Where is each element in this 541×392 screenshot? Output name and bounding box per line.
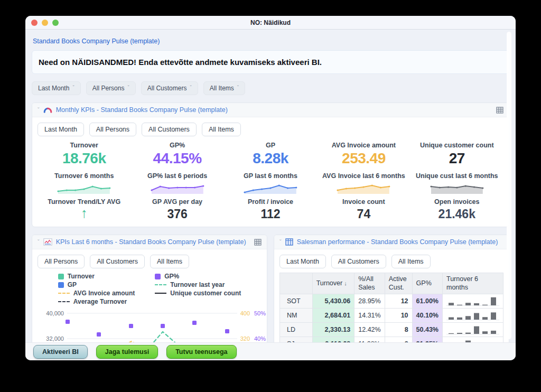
legend-item-gp-[interactable]: GP% xyxy=(155,273,241,280)
jaga-tulemusi-button[interactable]: Jaga tulemusi xyxy=(96,345,158,359)
gauge-icon xyxy=(43,107,52,113)
table-icon xyxy=(285,238,293,246)
chevron-down-icon: ˇ xyxy=(72,86,74,91)
salesman-chip-last-month[interactable]: Last Month xyxy=(279,255,326,268)
cell-pct: 14.31% xyxy=(355,309,385,323)
kpis-last6-chip-all-persons[interactable]: All Persons xyxy=(38,255,85,268)
collapse-chevron-icon[interactable]: ˇ xyxy=(38,107,40,113)
scrollbar-track[interactable] xyxy=(507,32,511,339)
aktiveeri-bi-button[interactable]: Aktiveeri BI xyxy=(33,345,88,359)
legend-label: AVG Invoice amount xyxy=(73,290,135,297)
table-row-sot[interactable]: SOT5,430.0628.95%1261.00% xyxy=(280,294,503,309)
kpi-trend-label: GP% last 6 periods xyxy=(130,172,223,180)
salesman-title[interactable]: Salesman performance - Standard Books Co… xyxy=(297,238,503,246)
collapse-chevron-icon[interactable]: ˇ xyxy=(279,239,282,245)
legend-item-turnover-last-year[interactable]: Turnover last year xyxy=(155,281,241,288)
column-header--all-sales[interactable]: %/All Sales xyxy=(355,273,385,294)
column-header-name[interactable] xyxy=(280,273,313,294)
global-filter-row: Last MonthˇAll PersonsˇAll CustomersˇAll… xyxy=(32,81,509,95)
filter-dropdown-all-items[interactable]: All Itemsˇ xyxy=(203,81,245,95)
sort-desc-icon: ↓ xyxy=(342,280,347,286)
svg-text:50%: 50% xyxy=(254,310,266,316)
filter-label: Last Month xyxy=(38,85,69,92)
monthly-chip-all-persons[interactable]: All Persons xyxy=(89,123,136,136)
legend-item-average-turnover[interactable]: Average Turnover xyxy=(58,298,135,305)
column-header-turnover-6-months[interactable]: Turnover 6 months xyxy=(442,273,503,294)
kpi-sparkline xyxy=(334,181,393,195)
legend-marker xyxy=(155,274,161,279)
table-row-ld[interactable]: LD2,330.1312.42%850.43% xyxy=(280,323,503,337)
kpi-bottom-label: Turnover Trend/LY AVG xyxy=(38,198,130,206)
table-row-nm[interactable]: NM2,684.0114.31%1040.10% xyxy=(280,309,503,323)
breadcrumb-link[interactable]: Standard Books Company Pulse (template) xyxy=(32,34,509,50)
legend-marker xyxy=(155,293,166,294)
kpi-value: 8.28k xyxy=(224,150,317,167)
cell-minibar-chart xyxy=(442,294,503,309)
monthly-kpis-header[interactable]: ˇ Monthly KPIs - Standard Books Company … xyxy=(32,103,509,117)
kpi-column-unique-customer-count: Unique customer count27Unique cust last … xyxy=(411,141,503,221)
footer-action-bar: Aktiveeri BIJaga tulemusiTutvu teenusega xyxy=(25,342,516,360)
kpis-last6-chip-all-items[interactable]: All Items xyxy=(150,255,189,268)
desktop-background: NO: Näidikud Standard Books Company Puls… xyxy=(0,0,541,392)
turnover-minibar-sparkline xyxy=(446,296,499,306)
salesman-chip-all-customers[interactable]: All Customers xyxy=(331,255,386,268)
cell-name: LD xyxy=(280,323,313,337)
window-title: NO: Näidikud xyxy=(25,19,516,26)
kpi-trend-label: Turnover 6 months xyxy=(38,172,130,180)
header-label: Turnover xyxy=(316,279,343,287)
column-header-turnover[interactable]: Turnover ↓ xyxy=(312,273,355,294)
cell-act: 10 xyxy=(385,309,412,323)
monthly-chip-last-month[interactable]: Last Month xyxy=(38,123,84,136)
table-view-icon[interactable] xyxy=(496,107,503,114)
filter-dropdown-all-customers[interactable]: All Customersˇ xyxy=(141,81,198,95)
collapse-chevron-icon[interactable]: ˇ xyxy=(38,239,40,245)
cell-gp: 40.10% xyxy=(412,309,442,323)
salesman-panel: ˇ Salesman performance - Standard Books … xyxy=(274,235,509,360)
filter-label: All Persons xyxy=(92,85,125,92)
header-label: %/All Sales xyxy=(358,275,375,291)
kpi-bottom-label: Open invoices xyxy=(411,198,503,206)
legend-item-avg-invoice-amount[interactable]: AVG Invoice amount xyxy=(58,290,135,297)
legend-item-unique-customer-count[interactable]: Unique customer count xyxy=(155,290,241,297)
kpi-trend-label: AVG Invoice last 6 months xyxy=(317,172,410,180)
app-window: NO: Näidikud Standard Books Company Puls… xyxy=(25,16,516,360)
table-view-icon[interactable] xyxy=(254,239,262,246)
cell-pct: 28.95% xyxy=(355,294,385,309)
kpi-trend-label: GP last 6 months xyxy=(224,172,317,180)
kpi-sparkline xyxy=(428,181,486,195)
title-bar[interactable]: NO: Näidikud xyxy=(25,16,516,30)
kpis-last6-title[interactable]: KPIs Last 6 months - Standard Books Comp… xyxy=(56,238,250,246)
tutvu-teenusega-button[interactable]: Tutvu teenusega xyxy=(166,345,236,359)
kpis-last6-chip-all-customers[interactable]: All Customers xyxy=(90,255,145,268)
legend-marker xyxy=(58,274,64,279)
turnover-minibar-sparkline xyxy=(446,311,499,320)
kpis-last6-header[interactable]: ˇ KPIs Last 6 months - Standard Books Co… xyxy=(32,235,267,249)
salesman-chip-all-items[interactable]: All Items xyxy=(391,255,431,268)
kpi-bottom-value: 112 xyxy=(224,207,317,221)
cell-name: SOT xyxy=(280,294,313,309)
column-header-active-cust-[interactable]: Active Cust. xyxy=(385,273,412,294)
kpi-bottom-label: Invoice count xyxy=(317,198,410,206)
svg-text:40%: 40% xyxy=(254,335,266,342)
filter-dropdown-last-month[interactable]: Last Monthˇ xyxy=(32,81,81,95)
chevron-down-icon: ˇ xyxy=(190,86,191,91)
filter-dropdown-all-persons[interactable]: All Personsˇ xyxy=(86,81,136,95)
chevron-down-icon: ˇ xyxy=(237,86,239,91)
cell-name: NM xyxy=(280,309,313,323)
salesman-table: Turnover ↓%/All SalesActive Cust.GP%Turn… xyxy=(279,273,503,351)
kpi-label: GP% xyxy=(130,142,223,149)
cell-act: 8 xyxy=(385,323,412,337)
legend-item-gp[interactable]: GP xyxy=(58,281,135,288)
monthly-kpis-title[interactable]: Monthly KPIs - Standard Books Company Pu… xyxy=(56,106,492,114)
legend-item-turnover[interactable]: Turnover xyxy=(58,273,135,280)
kpi-column-turnover: Turnover18.76kTurnover 6 monthsTurnover … xyxy=(38,141,130,221)
monthly-chip-all-items[interactable]: All Items xyxy=(202,123,241,136)
column-header-gp-[interactable]: GP% xyxy=(412,273,442,294)
kpi-column-avg-invoice-amount: AVG Invoice amount253.49AVG Invoice last… xyxy=(317,141,410,221)
monthly-chip-all-customers[interactable]: All Customers xyxy=(142,123,197,136)
filter-label: All Customers xyxy=(147,85,187,92)
kpis-last6-panel: ˇ KPIs Last 6 months - Standard Books Co… xyxy=(32,235,267,360)
kpis-last6-filters: All PersonsAll CustomersAll Items xyxy=(38,255,262,268)
legend-label: Average Turnover xyxy=(73,298,127,305)
salesman-header[interactable]: ˇ Salesman performance - Standard Books … xyxy=(274,235,509,249)
